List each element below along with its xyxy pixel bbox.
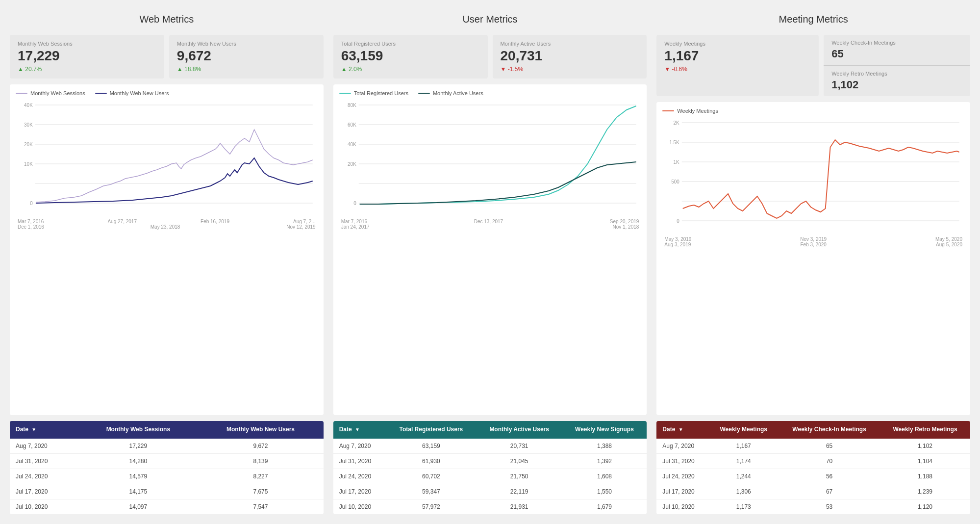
meeting-date-header[interactable]: Date ▼ (656, 421, 708, 439)
svg-text:10K: 10K (24, 161, 33, 167)
svg-text:20K: 20K (24, 142, 33, 147)
total-registered-change: 2.0% (341, 66, 480, 73)
monthly-active-legend: Monthly Active Users (418, 90, 483, 96)
web-chart-legend: Monthly Web Sessions Monthly Web New Use… (16, 90, 318, 96)
x-label: Mar 7, 2016 (341, 219, 367, 224)
web-new-users-label: Monthly Web New Users (177, 41, 316, 47)
web-sessions-kpi: Monthly Web Sessions 17,229 20.7% (10, 35, 164, 79)
x-label: Aug 27, 2017 (107, 219, 137, 224)
x-label: May 5, 2020 (935, 236, 962, 242)
user-table-header: Date ▼ Total Registered Users Monthly Ac… (333, 421, 647, 439)
date-cell: Jul 17, 2020 (656, 484, 708, 499)
reg-users-cell: 60,702 (386, 469, 477, 484)
user-table-body: Aug 7, 202063,15920,7311,388 Jul 31, 202… (333, 439, 647, 514)
web-kpi-row: Monthly Web Sessions 17,229 20.7% Monthl… (10, 35, 324, 79)
checkin-cell: 70 (779, 454, 880, 469)
weekly-meetings-legend: Weekly Meetings (662, 108, 718, 114)
weekly-meetings-legend-line (662, 110, 674, 111)
signups-cell: 1,392 (562, 454, 647, 469)
web-chart-svg: 40K 30K 20K 10K 0 (16, 100, 318, 218)
retro-meetings-header[interactable]: Weekly Retro Meetings (880, 421, 970, 439)
web-date-header[interactable]: Date ▼ (10, 421, 78, 439)
web-table-header: Date ▼ Monthly Web Sessions Monthly Web … (10, 421, 324, 439)
reg-users-cell: 61,930 (386, 454, 477, 469)
web-metrics-title: Web Metrics (10, 10, 324, 29)
up-arrow-icon (18, 66, 25, 73)
active-users-cell: 21,931 (477, 499, 562, 515)
reg-users-cell: 63,159 (386, 439, 477, 454)
web-sessions-value: 17,229 (18, 49, 156, 64)
x-label: Aug 5, 2020 (936, 242, 962, 247)
svg-text:30K: 30K (24, 122, 33, 128)
sort-icon: ▼ (355, 427, 360, 432)
monthly-active-header[interactable]: Monthly Active Users (477, 421, 562, 439)
monthly-active-label: Monthly Active Users (501, 41, 639, 47)
x-label: May 3, 2019 (664, 236, 691, 242)
up-arrow-icon (341, 66, 349, 73)
table-row: Jul 17, 202059,34722,1191,550 (333, 484, 647, 499)
user-kpi-row: Total Registered Users 63,159 2.0% Month… (333, 35, 647, 79)
x-label: Nov 1, 2018 (612, 224, 639, 230)
date-cell: Jul 24, 2020 (656, 469, 708, 484)
weekly-meetings-header[interactable]: Weekly Meetings (708, 421, 779, 439)
x-label: Nov 3, 2019 (800, 236, 827, 242)
down-arrow-icon (664, 66, 672, 73)
date-cell: Jul 10, 2020 (656, 499, 708, 515)
signups-cell: 1,388 (562, 439, 647, 454)
date-cell: Jul 10, 2020 (333, 499, 386, 515)
total-registered-value: 63,159 (341, 49, 480, 64)
sessions-cell: 14,175 (78, 484, 198, 499)
checkin-cell: 56 (779, 469, 880, 484)
total-registered-header[interactable]: Total Registered Users (386, 421, 477, 439)
user-chart-legend: Total Registered Users Monthly Active Us… (339, 90, 641, 96)
web-x-axis: Mar 7, 2016 Aug 27, 2017 Feb 16, 2019 Au… (16, 219, 318, 230)
new-users-cell: 8,227 (198, 469, 323, 484)
table-row: Jul 10, 202014,0977,547 (10, 499, 324, 515)
svg-text:40K: 40K (24, 103, 33, 108)
signups-cell: 1,679 (562, 499, 647, 515)
meeting-chart-area: Weekly Meetings 2K 1.5K 1K 500 (656, 102, 970, 415)
weekly-meetings-cell: 1,173 (708, 499, 779, 515)
up-arrow-icon (177, 66, 184, 73)
monthly-active-legend-label: Monthly Active Users (433, 90, 483, 96)
checkin-meetings-header[interactable]: Weekly Check-In Meetings (779, 421, 880, 439)
meeting-metrics-title: Meeting Metrics (656, 10, 970, 29)
web-new-users-header[interactable]: Monthly Web New Users (198, 421, 323, 439)
new-users-cell: 9,672 (198, 439, 323, 454)
total-registered-legend-label: Total Registered Users (354, 90, 408, 96)
date-cell: Jul 31, 2020 (333, 454, 386, 469)
date-cell: Jul 17, 2020 (333, 484, 386, 499)
table-row: Jul 24, 202060,70221,7501,608 (333, 469, 647, 484)
active-users-cell: 20,731 (477, 439, 562, 454)
x-label: Nov 12, 2019 (286, 224, 316, 230)
x-label: Sep 20, 2019 (610, 219, 639, 224)
web-chart-area: Monthly Web Sessions Monthly Web New Use… (10, 84, 324, 416)
retro-cell: 1,104 (880, 454, 970, 469)
sessions-cell: 14,579 (78, 469, 198, 484)
svg-text:500: 500 (672, 179, 680, 184)
checkin-meetings-kpi: Weekly Check-In Meetings 65 (824, 35, 970, 66)
weekly-signups-header[interactable]: Weekly New Signups (562, 421, 647, 439)
meeting-chart-svg: 2K 1.5K 1K 500 0 (662, 118, 964, 236)
monthly-active-kpi: Monthly Active Users 20,731 -1.5% (493, 35, 647, 79)
checkin-meetings-label: Weekly Check-In Meetings (831, 40, 962, 46)
web-table: Date ▼ Monthly Web Sessions Monthly Web … (10, 421, 324, 514)
date-cell: Jul 24, 2020 (333, 469, 386, 484)
web-table-body: Aug 7, 202017,2299,672 Jul 31, 202014,28… (10, 439, 324, 514)
user-metrics-panel: User Metrics Total Registered Users 63,1… (333, 10, 647, 514)
web-sessions-header[interactable]: Monthly Web Sessions (78, 421, 198, 439)
svg-text:0: 0 (677, 218, 680, 224)
x-label: Dec 1, 2016 (18, 224, 44, 230)
date-cell: Jul 17, 2020 (10, 484, 78, 499)
user-date-header[interactable]: Date ▼ (333, 421, 386, 439)
svg-text:20K: 20K (348, 161, 356, 167)
web-new-users-value: 9,672 (177, 49, 316, 64)
table-row: Jul 31, 20201,174701,104 (656, 454, 970, 469)
weekly-meetings-kpi: Weekly Meetings 1,167 -0.6% (656, 35, 819, 96)
svg-text:1K: 1K (674, 159, 679, 165)
retro-meetings-value: 1,102 (831, 79, 962, 91)
table-row: Jul 10, 202057,97221,9311,679 (333, 499, 647, 515)
table-row: Jul 24, 20201,244561,188 (656, 469, 970, 484)
web-new-users-legend-label: Monthly Web New Users (110, 90, 169, 96)
meeting-chart-legend: Weekly Meetings (662, 108, 964, 114)
